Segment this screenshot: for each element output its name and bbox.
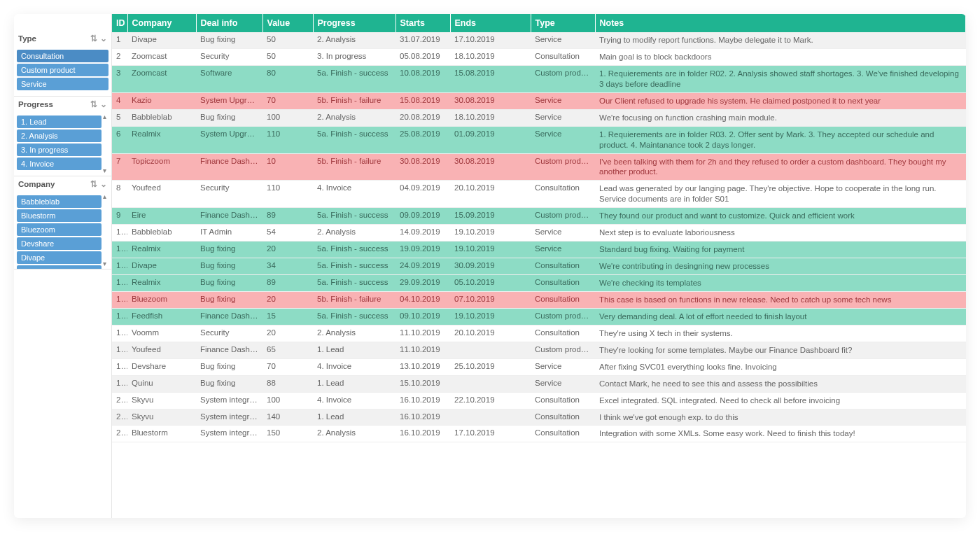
table-row[interactable]: 8YoufeedSecurity1104. Invoice04.09.20192…: [112, 181, 966, 208]
filter-item[interactable]: Service: [17, 78, 108, 90]
table-row[interactable]: 12DivapeBug fixing345a. Finish - success…: [112, 258, 966, 275]
filter-header: Progress⇅⌄: [14, 97, 111, 112]
cell-ends: 15.09.2019: [450, 208, 531, 225]
cell-value: 20: [262, 325, 313, 342]
cell-notes: I've been talking with them for 2h and t…: [595, 153, 966, 181]
column-header-starts[interactable]: Starts: [396, 14, 450, 32]
table-row[interactable]: 5BabbleblabBug fixing1002. Analysis20.08…: [112, 109, 966, 126]
scroll-down-icon[interactable]: ▾: [103, 167, 110, 174]
multiselect-icon[interactable]: ⇅: [90, 99, 97, 109]
table-header-row: IDCompanyDeal infoValueProgressStartsEnd…: [112, 14, 966, 32]
cell-type: Service: [531, 241, 595, 258]
cell-notes: Excel integrated. SQL integrated. Need t…: [595, 392, 966, 409]
scroll-down-icon[interactable]: ▾: [103, 260, 110, 267]
cell-starts: 11.10.2019: [396, 342, 450, 358]
column-header-progress[interactable]: Progress: [313, 14, 396, 32]
table-row[interactable]: 6RealmixSystem Upgrade1105a. Finish - su…: [112, 126, 966, 153]
table-row[interactable]: 2ZoomcastSecurity503. In progress05.08.2…: [112, 48, 966, 65]
filter-item[interactable]: Bluezoom: [17, 223, 102, 236]
column-header-type[interactable]: Type: [531, 14, 595, 32]
clear-filter-icon[interactable]: ⌄: [100, 99, 107, 109]
column-header-notes[interactable]: Notes: [595, 14, 966, 32]
table-row[interactable]: 4KazioSystem Upgrade705b. Finish - failu…: [112, 92, 966, 109]
column-header-deal-info[interactable]: Deal info: [196, 14, 262, 32]
cell-id: 11: [112, 241, 127, 258]
multiselect-icon[interactable]: ⇅: [90, 34, 97, 43]
cell-deal: Bug fixing: [196, 275, 262, 292]
cell-type: Service: [531, 32, 595, 48]
filter-item[interactable]: Eire: [17, 265, 102, 269]
clear-filter-icon[interactable]: ⌄: [100, 179, 107, 189]
cell-starts: 04.10.2019: [396, 291, 450, 308]
table-row[interactable]: 3ZoomcastSoftware805a. Finish - success1…: [112, 65, 966, 92]
cell-notes: Next step is to evaluate laboriousness: [595, 225, 966, 241]
table-row[interactable]: 11RealmixBug fixing205a. Finish - succes…: [112, 241, 966, 258]
cell-value: 140: [262, 409, 313, 426]
table-row[interactable]: 19QuinuBug fixing881. Lead15.10.2019Serv…: [112, 375, 966, 392]
cell-deal: Finance Dashboa: [196, 208, 262, 225]
cell-value: 110: [262, 181, 313, 208]
cell-ends: [450, 375, 531, 392]
cell-ends: 20.10.2019: [450, 181, 531, 208]
scroll-up-icon[interactable]: ▴: [103, 193, 110, 200]
cell-id: 4: [112, 92, 127, 109]
filter-item[interactable]: Divape: [17, 251, 102, 264]
cell-company: Babbleblab: [127, 225, 196, 241]
cell-company: Bluestorm: [127, 426, 196, 442]
cell-id: 2: [112, 48, 127, 65]
cell-deal: Bug fixing: [196, 358, 262, 375]
cell-deal: Bug fixing: [196, 109, 262, 126]
column-header-id[interactable]: ID: [112, 14, 127, 32]
cell-progress: 1. Lead: [313, 375, 396, 392]
filter-header: Type⇅⌄: [14, 31, 111, 46]
cell-ends: 18.10.2019: [450, 109, 531, 126]
column-header-ends[interactable]: Ends: [450, 14, 531, 32]
cell-value: 70: [262, 358, 313, 375]
table-row[interactable]: 10BabbleblabIT Admin542. Analysis14.09.2…: [112, 225, 966, 241]
table-row[interactable]: 9EireFinance Dashboa895a. Finish - succe…: [112, 208, 966, 225]
table-row[interactable]: 21SkyvuSystem integratio1401. Lead16.10.…: [112, 409, 966, 426]
table-row[interactable]: 16VoommSecurity202. Analysis11.10.201920…: [112, 325, 966, 342]
filter-item[interactable]: Bluestorm: [17, 209, 102, 222]
table-row[interactable]: 20SkyvuSystem integratio1004. Invoice16.…: [112, 392, 966, 409]
cell-type: Custom product: [531, 65, 595, 92]
table-row[interactable]: 13RealmixBug fixing895a. Finish - succes…: [112, 275, 966, 292]
cell-starts: 30.08.2019: [396, 153, 450, 181]
table-row[interactable]: 18DevshareBug fixing704. Invoice13.10.20…: [112, 358, 966, 375]
cell-type: Service: [531, 225, 595, 241]
cell-type: Consultation: [531, 275, 595, 292]
app-container: Type⇅⌄ConsultationCustom productServiceP…: [14, 14, 966, 518]
filter-item[interactable]: Babbleblab: [17, 195, 102, 208]
table-row[interactable]: 1DivapeBug fixing502. Analysis31.07.2019…: [112, 32, 966, 48]
table-row[interactable]: 7TopiczoomFinance Dashboa105b. Finish - …: [112, 153, 966, 181]
table-row[interactable]: 14BluezoomBug fixing205b. Finish - failu…: [112, 291, 966, 308]
cell-starts: 16.10.2019: [396, 409, 450, 426]
cell-starts: 16.10.2019: [396, 392, 450, 409]
column-header-value[interactable]: Value: [262, 14, 313, 32]
cell-deal: Bug fixing: [196, 375, 262, 392]
cell-starts: 09.10.2019: [396, 308, 450, 325]
table-row[interactable]: 22BluestormSystem integratio1502. Analys…: [112, 426, 966, 442]
cell-deal: Security: [196, 325, 262, 342]
filter-item[interactable]: 2. Analysis: [17, 130, 102, 142]
cell-type: Custom product: [531, 208, 595, 225]
filter-item[interactable]: Consultation: [17, 50, 108, 62]
clear-filter-icon[interactable]: ⌄: [100, 34, 107, 43]
cell-type: Service: [531, 358, 595, 375]
filter-item[interactable]: Devshare: [17, 237, 102, 250]
table-row[interactable]: 15FeedfishFinance Dashboa155a. Finish - …: [112, 308, 966, 325]
cell-ends: 17.10.2019: [450, 32, 531, 48]
filter-item[interactable]: Custom product: [17, 64, 108, 76]
filter-item[interactable]: 4. Invoice: [17, 158, 102, 170]
filter-list: ConsultationCustom productService: [14, 46, 111, 96]
filter-item[interactable]: 1. Lead: [17, 115, 102, 128]
scroll-up-icon[interactable]: ▴: [103, 113, 110, 120]
table-row[interactable]: 17YoufeedFinance Dashboa651. Lead11.10.2…: [112, 342, 966, 358]
cell-type: Custom product: [531, 153, 595, 181]
cell-id: 17: [112, 342, 127, 358]
column-header-company[interactable]: Company: [127, 14, 196, 32]
filter-item[interactable]: 3. In progress: [17, 144, 102, 156]
multiselect-icon[interactable]: ⇅: [90, 179, 97, 189]
cell-notes: Standard bug fixing. Waiting for payment: [595, 241, 966, 258]
cell-notes: Lead was generated by our langing page. …: [595, 181, 966, 208]
